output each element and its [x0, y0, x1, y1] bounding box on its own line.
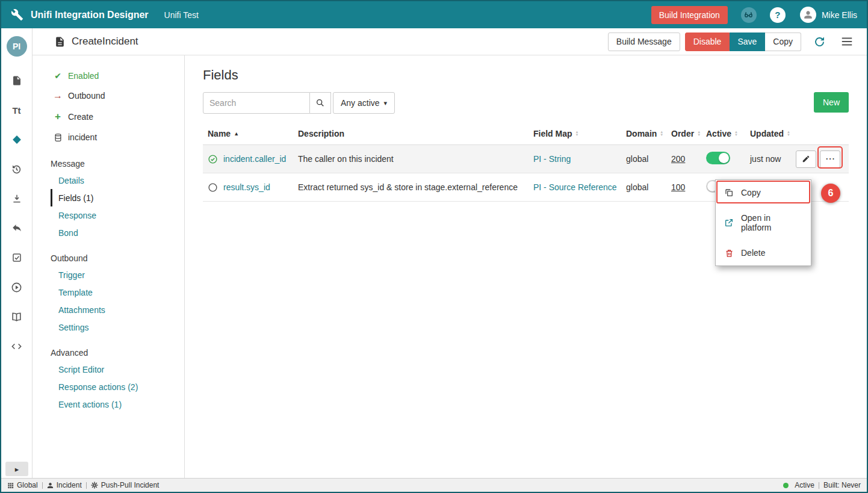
sort-asc-icon: ▲	[234, 131, 239, 137]
code-icon[interactable]	[11, 340, 23, 352]
plus-icon: +	[53, 111, 63, 123]
menu-button[interactable]	[840, 35, 854, 48]
copy-icon	[724, 188, 734, 197]
table-row: incident.caller_id The caller on this in…	[203, 145, 849, 173]
field-map-link[interactable]: PI - String	[533, 154, 571, 164]
refresh-button[interactable]	[813, 36, 826, 48]
nav-item-trigger[interactable]: Trigger	[51, 266, 184, 284]
table-header-row: Name ▲ Description Field Map ▲▼ Domain ▲…	[203, 123, 849, 145]
sort-icon: ▲▼	[660, 131, 663, 137]
play-icon[interactable]	[11, 281, 23, 293]
field-order-value[interactable]: 100	[671, 182, 685, 192]
nav-item-template[interactable]: Template	[51, 284, 184, 301]
field-name-link[interactable]: incident.caller_id	[223, 154, 286, 164]
annotation-step-badge: 6	[821, 184, 840, 203]
nav-item-details[interactable]: Details	[51, 172, 184, 189]
column-header-domain[interactable]: Domain ▲▼	[621, 129, 666, 138]
sort-icon: ▲▼	[697, 131, 701, 137]
nav-item-create[interactable]: + Create	[33, 106, 184, 128]
sort-icon: ▲▼	[787, 131, 790, 137]
disable-button[interactable]: Disable	[685, 33, 730, 51]
docs-book-icon[interactable]	[11, 311, 23, 323]
nav-item-settings[interactable]: Settings	[51, 318, 184, 336]
status-dot-icon	[783, 483, 789, 488]
main-content: Fields Any active ▾ New Name	[185, 55, 867, 478]
database-icon	[53, 133, 63, 142]
column-header-name[interactable]: Name ▲	[203, 129, 293, 138]
sort-icon: ▲▼	[575, 131, 579, 137]
active-toggle[interactable]	[706, 152, 730, 164]
field-updated: just now	[745, 154, 791, 164]
save-button[interactable]: Save	[730, 33, 765, 51]
status-check-circle-icon	[208, 154, 218, 164]
preview-glasses-icon[interactable]	[741, 7, 757, 23]
menu-item-label: Open in platform	[741, 213, 803, 232]
integration-avatar: PI	[7, 36, 27, 57]
column-header-active[interactable]: Active ▲▼	[701, 129, 745, 138]
nav-item-enabled[interactable]: ✔ Enabled	[33, 66, 184, 85]
icon-rail: PI Tt	[1, 28, 33, 478]
row-context-menu: Copy Open in platform Delete	[715, 179, 811, 266]
menu-item-copy[interactable]: Copy	[716, 180, 811, 205]
scope-indicator: Global	[7, 481, 38, 489]
active-filter-dropdown[interactable]: Any active ▾	[333, 92, 395, 114]
build-integration-button[interactable]: Build Integration	[651, 6, 728, 24]
column-header-field-map[interactable]: Field Map ▲▼	[529, 129, 621, 138]
nav-item-response[interactable]: Response	[51, 206, 184, 224]
file-icon[interactable]	[11, 75, 23, 87]
history-icon[interactable]	[11, 163, 23, 175]
column-header-updated[interactable]: Updated ▲▼	[745, 129, 791, 138]
build-message-button[interactable]: Build Message	[608, 33, 680, 51]
text-format-icon[interactable]: Tt	[11, 104, 23, 116]
download-icon[interactable]	[11, 193, 23, 205]
nav-item-outbound[interactable]: → Outbound	[33, 85, 184, 106]
nav-item-response-actions[interactable]: Response actions (2)	[51, 378, 184, 395]
field-name-link[interactable]: result.sys_id	[223, 182, 270, 192]
nav-item-incident[interactable]: incident	[33, 128, 184, 147]
search-input[interactable]	[203, 92, 310, 114]
field-description: The caller on this incident	[293, 154, 529, 164]
menu-item-delete[interactable]: Delete	[716, 240, 811, 265]
more-button[interactable]: ⋯	[820, 150, 840, 168]
message-title: CreateIncident	[72, 36, 138, 48]
trash-icon	[724, 249, 734, 258]
nav-item-label: Enabled	[68, 71, 99, 81]
expand-rail-button[interactable]: ▸	[5, 462, 28, 476]
nav-item-attachments[interactable]: Attachments	[51, 301, 184, 318]
nav-item-fields[interactable]: Fields (1)	[51, 189, 184, 206]
help-icon[interactable]: ?	[770, 7, 786, 23]
section-nav: ✔ Enabled → Outbound + Create incident M…	[33, 55, 185, 478]
new-button[interactable]: New	[814, 92, 849, 113]
search-icon	[315, 98, 325, 108]
menu-item-label: Delete	[741, 248, 765, 258]
field-domain: global	[621, 182, 666, 192]
column-header-description[interactable]: Description	[293, 129, 529, 138]
field-map-link[interactable]: PI - Source Reference	[533, 182, 617, 192]
send-icon[interactable]	[11, 134, 23, 146]
table-controls: Any active ▾ New	[203, 92, 849, 114]
wrench-logo-icon	[11, 8, 23, 21]
external-link-icon	[724, 218, 734, 228]
reply-icon[interactable]	[11, 222, 23, 234]
menu-item-label: Copy	[741, 188, 761, 197]
nav-item-bond[interactable]: Bond	[51, 224, 184, 241]
field-description: Extract returned sys_id & store in stage…	[293, 182, 529, 192]
copy-button[interactable]: Copy	[765, 33, 801, 51]
grid-icon	[7, 482, 14, 489]
tasks-icon[interactable]	[11, 252, 23, 264]
nav-item-event-actions[interactable]: Event actions (1)	[51, 395, 184, 413]
edit-button[interactable]	[796, 150, 816, 168]
user-menu[interactable]: Mike Ellis	[800, 7, 857, 23]
nav-item-label: Outbound	[68, 91, 105, 101]
menu-item-open-in-platform[interactable]: Open in platform	[716, 205, 811, 240]
status-circle-icon	[208, 182, 218, 193]
field-order-value[interactable]: 200	[671, 154, 685, 164]
section-title-advanced: Advanced	[51, 348, 184, 358]
search-button[interactable]	[310, 92, 331, 114]
column-header-order[interactable]: Order ▲▼	[666, 129, 701, 138]
nav-item-script-editor[interactable]: Script Editor	[51, 361, 184, 378]
gear-icon	[91, 482, 98, 489]
user-name: Mike Ellis	[822, 10, 857, 20]
user-avatar-icon	[800, 7, 816, 23]
arrow-right-icon: →	[53, 90, 63, 101]
